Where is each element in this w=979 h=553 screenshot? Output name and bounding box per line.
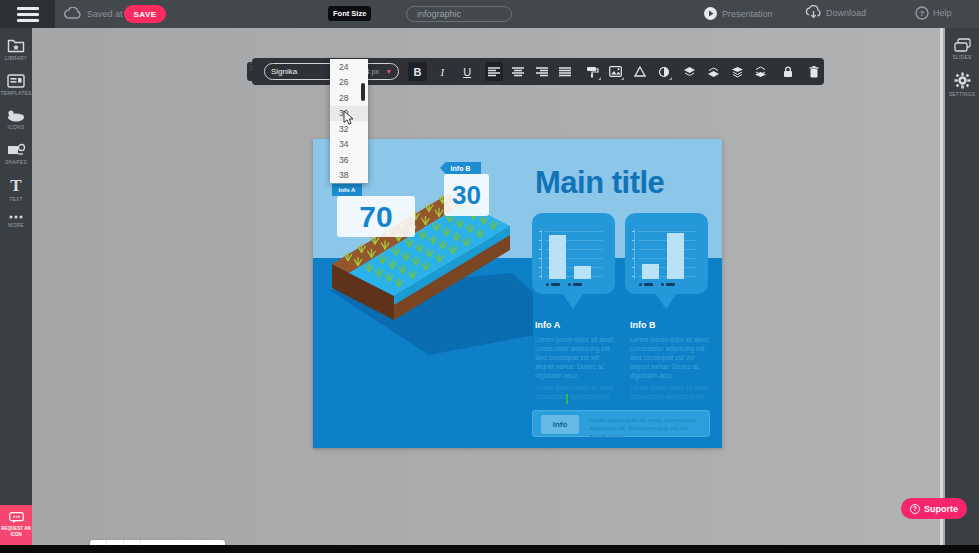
bold-button[interactable]: B xyxy=(408,62,427,81)
align-justify-button[interactable] xyxy=(556,62,575,81)
top-bar: Saved at 13:59 SAVE Presentation Downloa… xyxy=(0,0,979,28)
dropdown-scrollbar[interactable] xyxy=(361,83,365,101)
section-a-body[interactable]: Lorem ipsum dolor sit amet, consectetur … xyxy=(535,335,619,380)
sidebar-item-more[interactable]: MORE xyxy=(0,214,32,228)
infographic-title[interactable]: Main title xyxy=(535,165,715,201)
card-b-tail xyxy=(655,293,677,309)
document-name-input[interactable] xyxy=(406,6,512,22)
bar xyxy=(549,235,566,279)
bar xyxy=(574,266,591,280)
align-left-icon xyxy=(488,67,500,77)
send-to-back-icon xyxy=(707,66,720,78)
support-button[interactable]: ? Suporte xyxy=(901,498,967,519)
request-an-icon-button[interactable]: REQUEST AN ICON xyxy=(0,505,32,545)
delete-button[interactable] xyxy=(805,62,824,81)
lock-button[interactable] xyxy=(778,62,797,81)
font-size-option[interactable]: 36 xyxy=(330,152,368,168)
underline-button[interactable]: U xyxy=(458,62,477,81)
rail-item-settings[interactable]: SETTINGS xyxy=(945,72,979,97)
slides-icon xyxy=(954,38,971,52)
bring-forward-icon xyxy=(731,66,744,78)
section-b-body2[interactable]: Lorem ipsum dolor sit amet, consectetur … xyxy=(630,383,714,401)
fill-color-button[interactable] xyxy=(583,62,602,81)
opacity-button[interactable] xyxy=(630,62,649,81)
download-cloud-icon xyxy=(805,5,822,21)
send-to-back-button[interactable] xyxy=(704,62,723,81)
hamburger-icon xyxy=(17,4,39,25)
image-icon xyxy=(609,66,622,77)
sidebar-item-library[interactable]: LIBRARY xyxy=(0,38,32,61)
text-icon: T xyxy=(7,177,25,194)
chart-b-legend xyxy=(639,283,675,286)
image-button[interactable] xyxy=(607,62,626,81)
sidebar-item-text[interactable]: T TEXT xyxy=(0,177,32,202)
font-size-tooltip: Font Size xyxy=(328,6,371,21)
sidebar-item-templates[interactable]: TEMPLATES xyxy=(0,74,32,96)
sidebar-item-icons[interactable]: ICONS xyxy=(0,109,32,130)
download-button[interactable]: Download xyxy=(805,5,866,21)
align-left-button[interactable] xyxy=(485,62,504,81)
section-b-body[interactable]: Lorem ipsum dolor sit amet, consectetur … xyxy=(630,335,714,380)
bring-to-front-icon xyxy=(683,66,696,78)
chart-card-b[interactable] xyxy=(625,213,708,294)
section-a-heading[interactable]: Info A xyxy=(535,320,560,330)
send-backward-icon xyxy=(754,66,767,78)
align-center-icon xyxy=(512,67,524,77)
icons-icon xyxy=(6,109,26,122)
presentation-button[interactable]: Presentation xyxy=(703,6,773,21)
section-b-heading[interactable]: Info B xyxy=(630,320,656,330)
rail-item-slides[interactable]: SLIDES xyxy=(945,38,979,60)
help-button[interactable]: ? Help xyxy=(915,6,952,20)
section-a-body2[interactable]: Lorem ipsum dolor sit amet, consectetur … xyxy=(535,383,619,401)
bar xyxy=(667,233,684,279)
card-a-tail xyxy=(562,293,584,309)
app-window: Saved at 13:59 SAVE Presentation Downloa… xyxy=(0,0,979,553)
banner-text: Lorem ipsum dolor sit amet, consectetur … xyxy=(589,416,705,440)
help-icon: ? xyxy=(915,6,929,20)
left-sidebar: LIBRARY TEMPLATES ICONS SHAPES xyxy=(0,28,32,545)
callout-a-tag[interactable]: Info A xyxy=(332,184,362,196)
canvas-area[interactable]: Info A 70 Info B 30 Main title xyxy=(32,28,940,545)
library-icon xyxy=(7,38,25,53)
chart-card-a[interactable] xyxy=(532,213,615,294)
send-backward-button[interactable] xyxy=(751,62,770,81)
align-right-button[interactable] xyxy=(532,62,551,81)
infographic-artboard[interactable]: Info A 70 Info B 30 Main title xyxy=(313,139,722,448)
font-size-option[interactable]: 34 xyxy=(330,137,368,153)
play-circle-icon xyxy=(703,6,718,21)
letterbox-bar xyxy=(0,545,979,553)
gear-icon xyxy=(954,72,971,89)
info-banner[interactable]: Info Lorem ipsum dolor sit amet, consect… xyxy=(532,410,710,437)
trash-icon xyxy=(809,66,819,78)
right-rail: SLIDES SETTINGS xyxy=(945,28,979,545)
bring-forward-button[interactable] xyxy=(728,62,747,81)
sidebar-item-shapes[interactable]: SHAPES xyxy=(0,143,32,165)
align-center-button[interactable] xyxy=(508,62,527,81)
page-scrollbar[interactable] xyxy=(940,28,943,545)
font-size-option[interactable]: 24 xyxy=(330,59,368,75)
font-size-option[interactable]: 38 xyxy=(330,168,368,184)
speech-bubble-icon xyxy=(9,512,24,524)
question-icon: ? xyxy=(910,504,920,514)
save-button[interactable]: SAVE xyxy=(124,5,166,23)
shapes-icon xyxy=(7,143,26,157)
templates-icon xyxy=(7,74,25,88)
svg-text:T: T xyxy=(10,177,22,194)
chevron-down-icon: ▼ xyxy=(385,68,392,75)
callout-a-value[interactable]: 70 xyxy=(337,196,415,237)
mini-bar-chart-a xyxy=(541,229,605,279)
mini-bar-chart-b xyxy=(634,229,698,279)
shadow-icon xyxy=(658,66,670,78)
main-menu-button[interactable] xyxy=(0,0,55,28)
shadow-button[interactable] xyxy=(654,62,673,81)
bar xyxy=(642,264,659,280)
italic-button[interactable]: I xyxy=(433,62,452,81)
toolbar-drag-handle[interactable]: ⋮ xyxy=(247,62,253,81)
svg-text:?: ? xyxy=(920,9,925,18)
callout-b-tag[interactable]: Info B xyxy=(440,162,481,174)
align-right-icon xyxy=(536,67,548,77)
callout-b-value[interactable]: 30 xyxy=(444,174,489,216)
bring-to-front-button[interactable] xyxy=(680,62,699,81)
align-justify-icon xyxy=(559,67,571,77)
more-dots-icon xyxy=(8,214,24,220)
